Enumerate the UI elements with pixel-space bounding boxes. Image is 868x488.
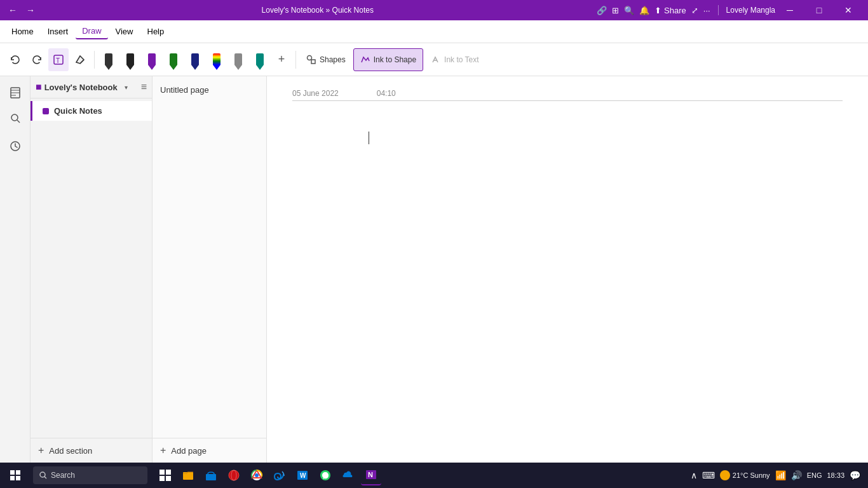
svg-rect-13 (166, 470, 171, 475)
pen-gray-button[interactable] (228, 48, 248, 71)
language-label[interactable]: ENG (807, 471, 822, 479)
notebook-name: Lovely's Notebook (44, 83, 123, 92)
filter-icon[interactable]: ≡ (141, 81, 147, 93)
time-label[interactable]: 18:33 (827, 471, 844, 479)
svg-rect-8 (16, 470, 20, 475)
keyboard-icon[interactable]: ⌨ (702, 470, 715, 480)
taskbar-icon-file-explorer[interactable] (178, 465, 198, 485)
taskbar-icon-onedrive[interactable] (338, 465, 358, 485)
window-title: Lovely's Notebook » Quick Notes (38, 6, 597, 15)
more-options-icon[interactable]: ··· (703, 6, 710, 15)
maximize-button[interactable]: □ (804, 0, 834, 20)
svg-rect-7 (10, 470, 15, 475)
add-pen-button[interactable]: + (271, 48, 292, 71)
start-button[interactable] (0, 463, 31, 488)
shapes-label: Shapes (320, 55, 346, 64)
menu-view[interactable]: View (109, 24, 140, 39)
recent-icon[interactable] (4, 135, 27, 158)
sun-icon (720, 470, 730, 480)
weather-text: 21°C Sunny (733, 471, 770, 479)
network-icon[interactable]: 📶 (775, 470, 786, 480)
taskbar-search[interactable]: Search (33, 466, 147, 484)
nav-buttons: ← → (5, 3, 38, 18)
separator-1 (94, 51, 95, 69)
note-date: 05 June 2022 (292, 89, 339, 98)
lasso-button[interactable]: T (48, 48, 69, 71)
ink-to-text-button[interactable]: Ink to Text (424, 48, 485, 71)
svg-rect-14 (159, 476, 165, 481)
search-icon[interactable] (4, 107, 27, 130)
fullscreen-icon[interactable]: ⤢ (691, 6, 698, 15)
taskbar-icon-onenote[interactable]: N (361, 465, 381, 485)
taskbar-icon-edge[interactable] (269, 465, 290, 485)
add-section-icon: + (38, 445, 44, 456)
minimize-button[interactable]: ─ (775, 0, 804, 20)
note-body[interactable] (292, 106, 843, 450)
user-area: 🔗 ⊞ 🔍 🔔 ⬆ Share ⤢ ··· Lovely Mangla (597, 5, 775, 15)
pen-green-button[interactable] (163, 48, 184, 71)
pen-darkblue-button[interactable] (185, 48, 205, 71)
pen-black-button[interactable] (98, 48, 119, 71)
notification-icon[interactable]: 💬 (850, 470, 860, 480)
menu-insert[interactable]: Insert (41, 24, 75, 39)
svg-rect-10 (16, 476, 20, 480)
taskbar-icon-store[interactable] (201, 465, 221, 485)
volume-icon[interactable]: 🔊 (791, 470, 802, 480)
close-button[interactable]: ✕ (834, 0, 863, 20)
page-item-untitled[interactable]: Untitled page (153, 79, 266, 101)
svg-rect-17 (206, 474, 216, 480)
add-page-icon: + (160, 445, 166, 456)
svg-rect-15 (166, 476, 171, 481)
notebooks-icon[interactable] (4, 81, 27, 104)
svg-rect-3 (311, 60, 315, 64)
add-section-label: Add section (49, 446, 92, 456)
share-button[interactable]: ⬆ Share (654, 6, 686, 15)
icon-rail (0, 76, 31, 463)
notebook-dropdown-icon[interactable]: ▾ (125, 84, 128, 91)
taskbar-icon-office[interactable]: W (292, 465, 313, 485)
menu-help[interactable]: Help (141, 24, 171, 39)
system-tray: ∧ ⌨ 21°C Sunny 📶 🔊 ENG 18:33 💬 (683, 470, 868, 480)
taskbar-icon-opera[interactable] (224, 465, 244, 485)
eraser-button[interactable] (70, 48, 90, 71)
note-canvas[interactable]: 05 June 2022 04:10 (267, 76, 868, 463)
pen-teal-button[interactable] (250, 48, 270, 71)
undo-button[interactable] (5, 48, 25, 71)
pen-multi-button[interactable] (207, 48, 227, 71)
menu-home[interactable]: Home (5, 24, 40, 39)
forward-button[interactable]: → (23, 3, 38, 18)
weather-widget[interactable]: 21°C Sunny (720, 470, 770, 480)
note-title-line: 05 June 2022 04:10 (292, 89, 843, 101)
taskbar-icon-windows[interactable] (155, 465, 175, 485)
section-label: Quick Notes (54, 106, 102, 116)
back-button[interactable]: ← (5, 3, 20, 18)
add-section-button[interactable]: + Add section (31, 438, 152, 463)
chevron-up-icon[interactable]: ∧ (691, 470, 697, 480)
section-quick-notes[interactable]: Quick Notes (31, 101, 152, 121)
sections-list: Quick Notes (31, 98, 152, 438)
add-page-label: Add page (171, 446, 207, 456)
taskbar-icon-whatsapp[interactable] (315, 465, 336, 485)
add-page-button[interactable]: + Add page (153, 438, 266, 463)
share-icon[interactable]: 🔗 (597, 6, 607, 15)
svg-text:T: T (56, 57, 60, 64)
note-time: 04:10 (377, 89, 396, 98)
taskbar-icon-chrome[interactable] (247, 465, 267, 485)
menu-draw[interactable]: Draw (76, 24, 107, 39)
shapes-button[interactable]: Shapes (300, 48, 352, 71)
text-cursor (369, 132, 369, 144)
ink-to-text-label: Ink to Text (444, 55, 478, 64)
pen-purple-button[interactable] (142, 48, 162, 71)
bell-icon[interactable]: 🔔 (639, 6, 649, 15)
notebook-view-icon[interactable]: ⊞ (612, 6, 619, 15)
menubar: Home Insert Draw View Help (0, 20, 868, 43)
divider (718, 5, 719, 15)
pages-list: Untitled page (153, 76, 266, 438)
svg-rect-12 (159, 470, 165, 475)
window-controls: ─ □ ✕ (775, 0, 863, 20)
ink-to-shape-button[interactable]: Ink to Shape (353, 48, 423, 71)
search-title-icon[interactable]: 🔍 (624, 6, 634, 15)
notebook-panel: ■ Lovely's Notebook ▾ ≡ Quick Notes + Ad… (31, 76, 153, 463)
redo-button[interactable] (27, 48, 47, 71)
pen-dark-button[interactable] (120, 48, 140, 71)
